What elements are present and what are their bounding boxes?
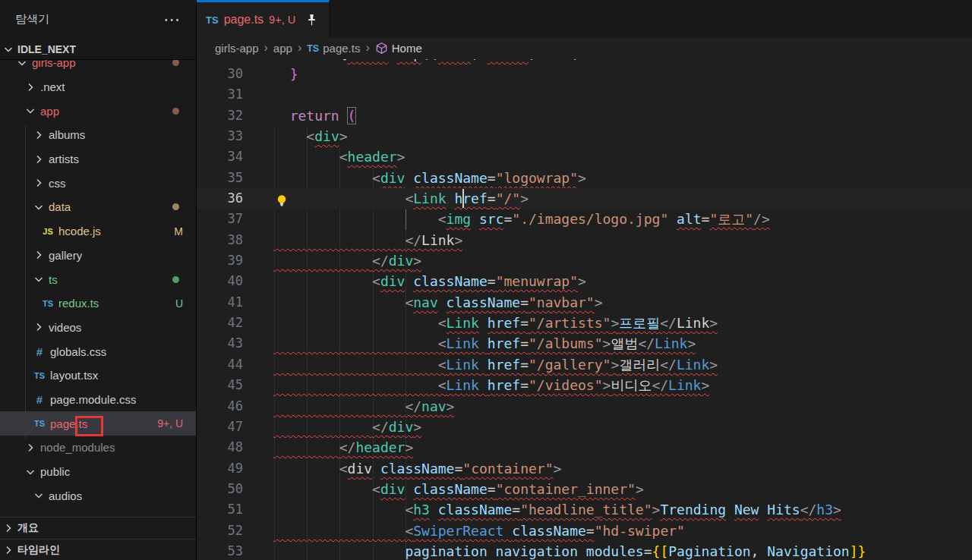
git-status-badge: 9+, U <box>157 417 183 429</box>
code-line-47[interactable]: 47 </div> <box>197 417 972 437</box>
breadcrumb-item-page-ts[interactable]: TS page.ts <box>307 42 360 55</box>
tree-item-page.module.css[interactable]: #page.module.css <box>0 388 196 412</box>
code-token: Link <box>677 315 709 331</box>
code-line-41[interactable]: 41 <nav className="navbar"> <box>197 292 972 313</box>
whitespace <box>273 398 405 414</box>
tree-item-app[interactable]: app <box>0 99 196 123</box>
tree-item-node_modules[interactable]: node_modules <box>0 436 196 460</box>
code-line-48[interactable]: 48 </header> <box>197 437 972 458</box>
outline-section[interactable]: 개요 <box>0 517 196 538</box>
code-line-30[interactable]: 30 } <box>197 64 972 84</box>
code-token: = <box>488 273 496 289</box>
code-token: = <box>503 211 512 227</box>
tree-item-albums[interactable]: albums <box>0 123 196 147</box>
code-line-53[interactable]: 53 pagination navigation modules={[Pagin… <box>197 541 972 560</box>
code-line-36[interactable]: 36 <Link href="/"> <box>197 188 972 209</box>
tree-item-css[interactable]: css <box>0 171 196 195</box>
line-number: 38 <box>197 230 243 250</box>
line-number: 47 <box>197 417 243 437</box>
code-token: className <box>413 481 488 497</box>
tree-item-layout.tsx[interactable]: TSlayout.tsx <box>0 363 196 388</box>
workspace-root-row[interactable]: IDLE_NEXT <box>0 39 196 60</box>
code-line-33[interactable]: 33 <div> <box>197 126 972 146</box>
tree-item-label: hcode.js <box>58 225 101 238</box>
code-token: hcode <box>348 59 389 61</box>
breadcrumb-item-home[interactable]: Home <box>375 42 422 55</box>
timeline-section[interactable]: 타임라인 <box>0 539 196 560</box>
tree-item-data[interactable]: data <box>0 195 196 219</box>
code-token: </ <box>660 315 677 331</box>
tree-item-audios[interactable]: audios <box>0 483 196 508</box>
whitespace <box>471 211 479 227</box>
code-token: Link <box>413 190 446 206</box>
tree-item-globals.css[interactable]: #globals.css <box>0 339 196 363</box>
code-line-42[interactable]: 42 <Link href="/artists">프로필</Link> <box>197 313 972 333</box>
code-token: "logowrap" <box>496 170 578 186</box>
tree-item-ts[interactable]: ts <box>0 267 196 291</box>
line-number: 32 <box>197 105 243 126</box>
code-line-31[interactable]: 31 <box>197 84 972 105</box>
code-token: href <box>488 377 520 393</box>
code-line-50[interactable]: 50 <div className="container_inner"> <box>197 479 972 499</box>
code-token: Hits <box>767 502 800 518</box>
code-token: < <box>438 211 447 227</box>
code-token: 앨범 <box>611 335 638 351</box>
code-token: return <box>290 108 339 124</box>
code-line-38[interactable]: 38 </Link> <box>197 230 972 250</box>
tree-item-page.ts[interactable]: TSpage.ts9+, U <box>0 411 196 436</box>
code-token: index <box>488 59 529 61</box>
code-line-44[interactable]: 44 <Link href="/gallery">갤러리</Link> <box>197 354 972 375</box>
chevron-down-icon <box>24 105 36 117</box>
code-token: "navbar" <box>529 294 595 310</box>
code-line-32[interactable]: 32 return ( <box>197 105 972 126</box>
code-line-51[interactable]: 51 <h3 className="headline_title">Trendi… <box>197 499 972 520</box>
tree-item-.next[interactable]: .next <box>0 75 196 99</box>
code-token: < <box>438 357 447 373</box>
tree-item-gallery[interactable]: gallery <box>0 244 196 268</box>
code-token: (( <box>421 59 438 61</box>
code-token: < <box>438 315 447 331</box>
code-token: nav <box>421 398 447 414</box>
code-line-37[interactable]: 37 <img src="./images/logo.jpg" alt="로고"… <box>197 209 972 229</box>
code-token: map <box>397 59 422 61</box>
code-token: 비디오 <box>611 377 652 393</box>
line-number: 34 <box>197 146 243 167</box>
code-line-52[interactable]: 52 <SwiperReact className="hd-swiper" <box>197 521 972 541</box>
whitespace <box>372 461 380 477</box>
code-token: navigation <box>496 543 578 559</box>
line-number: 33 <box>197 126 243 146</box>
whitespace <box>273 523 405 539</box>
pin-icon[interactable] <box>305 14 318 27</box>
code-token: < <box>405 190 413 206</box>
whitespace <box>273 211 438 227</box>
tree-item-label: ts <box>49 273 58 286</box>
code-token: "/gallery" <box>529 357 611 373</box>
whitespace <box>447 190 455 206</box>
code-line-35[interactable]: 35 <div className="logowrap"> <box>197 168 972 188</box>
breadcrumb-item-girls-app[interactable]: girls-app <box>215 42 259 55</box>
code-line-43[interactable]: 43 <Link href="/albums">앨범</Link> <box>197 333 972 354</box>
tree-item-public[interactable]: public <box>0 460 196 484</box>
tree-item-hcode.js[interactable]: JShcode.jsM <box>0 219 196 244</box>
code-line-49[interactable]: 49 <div className="container"> <box>197 458 972 479</box>
tree-item-girls-app[interactable]: girls-app <box>0 60 196 75</box>
symbol-cube-icon <box>375 42 388 55</box>
breadcrumb-item-app[interactable]: app <box>273 42 292 55</box>
code-line-34[interactable]: 34 <header> <box>197 146 972 167</box>
code-line-45[interactable]: 45 <Link href="/videos">비디오</Link> <box>197 375 972 395</box>
line-number: 36 <box>197 188 243 209</box>
code-line-40[interactable]: 40 <div className="menuwrap"> <box>197 271 972 291</box>
code-token: Link <box>668 377 701 393</box>
tree-item-redux.ts[interactable]: TSredux.tsU <box>0 291 196 316</box>
code-token: h3 <box>413 502 430 518</box>
tree-item-videos[interactable]: videos <box>0 316 196 340</box>
more-actions-icon[interactable]: ⋯ <box>163 11 181 28</box>
code-editor[interactable]: 29 {hcode.map((data, index) => (30 }3132… <box>197 59 972 560</box>
tree-item-artists[interactable]: artists <box>0 147 196 171</box>
tab-page-ts[interactable]: TS page.ts 9+, U <box>197 0 330 37</box>
code-line-39[interactable]: 39 </div> <box>197 250 972 271</box>
code-token: > <box>554 461 562 477</box>
code-line-46[interactable]: 46 </nav> <box>197 396 972 417</box>
code-token: header <box>355 439 405 455</box>
workspace-root-label: IDLE_NEXT <box>17 43 76 55</box>
